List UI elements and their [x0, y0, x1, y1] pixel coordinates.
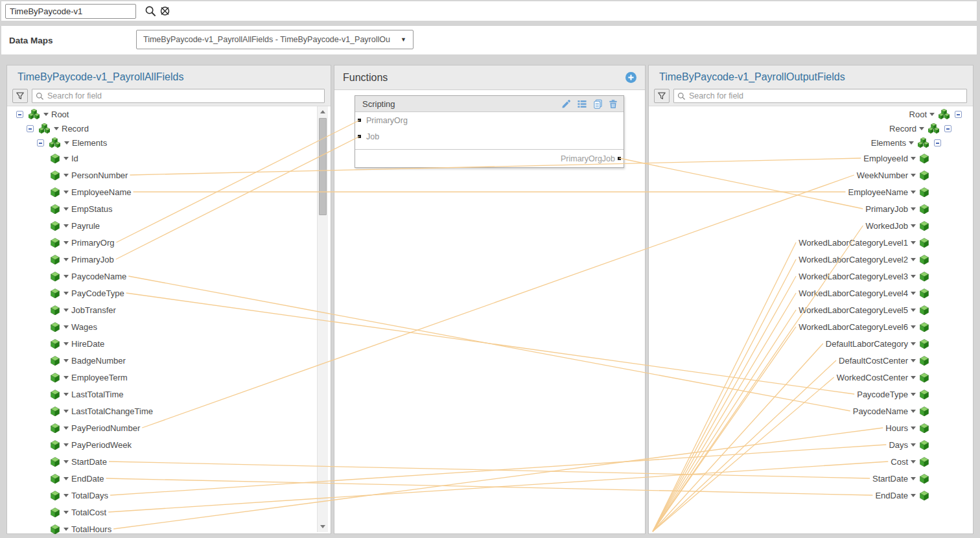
- chevron-down-icon[interactable]: [64, 427, 69, 432]
- left-field-EmployeeName[interactable]: EmployeeName: [7, 183, 331, 200]
- chevron-down-icon[interactable]: [64, 410, 69, 415]
- right-field-WorkedLaborCategoryLevel3[interactable]: WorkedLaborCategoryLevel3: [649, 268, 973, 285]
- add-function-button[interactable]: [625, 72, 636, 83]
- source-search-input[interactable]: [47, 91, 321, 100]
- collapse-toggle[interactable]: [934, 139, 941, 146]
- chevron-down-icon[interactable]: [64, 443, 69, 449]
- left-field-TotalCost[interactable]: TotalCost: [7, 504, 331, 520]
- left-field-PayPeriodNumber[interactable]: PayPeriodNumber: [7, 419, 331, 436]
- output-port[interactable]: [618, 157, 621, 160]
- chevron-down-icon[interactable]: [43, 113, 49, 119]
- target-search-input[interactable]: [689, 91, 963, 100]
- chevron-down-icon[interactable]: [911, 224, 916, 230]
- edit-pencil-icon[interactable]: [561, 99, 571, 109]
- right-field-EmployeeName[interactable]: EmployeeName: [649, 183, 973, 200]
- trash-icon[interactable]: [609, 99, 618, 109]
- right-field-WorkedLaborCategoryLevel5[interactable]: WorkedLaborCategoryLevel5: [649, 301, 973, 318]
- chevron-down-icon[interactable]: [64, 393, 69, 399]
- right-node-Root[interactable]: Root: [649, 107, 973, 121]
- collapse-toggle[interactable]: [944, 125, 951, 132]
- chevron-down-icon[interactable]: [64, 141, 69, 147]
- left-field-LastTotalTime[interactable]: LastTotalTime: [7, 386, 331, 403]
- chevron-down-icon[interactable]: [64, 258, 69, 264]
- right-field-WorkedLaborCategoryLevel1[interactable]: WorkedLaborCategoryLevel1: [649, 234, 973, 251]
- right-node-Record[interactable]: Record: [649, 121, 973, 135]
- filter-funnel-button[interactable]: [12, 89, 28, 103]
- chevron-down-icon[interactable]: [911, 325, 916, 331]
- right-field-PaycodeType[interactable]: PaycodeType: [649, 386, 973, 403]
- left-field-Wages[interactable]: Wages: [7, 318, 331, 335]
- chevron-down-icon[interactable]: [911, 309, 916, 314]
- chevron-down-icon[interactable]: [64, 207, 69, 213]
- scrollbar-thumb[interactable]: [319, 118, 327, 215]
- function-box-scripting[interactable]: Scripting: [355, 95, 624, 168]
- left-field-TotalDays[interactable]: TotalDays: [7, 487, 331, 504]
- chevron-down-icon[interactable]: [911, 157, 916, 163]
- scroll-down-button[interactable]: [318, 522, 328, 532]
- right-field-WorkedLaborCategoryLevel2[interactable]: WorkedLaborCategoryLevel2: [649, 251, 973, 268]
- chevron-down-icon[interactable]: [64, 528, 69, 533]
- left-field-PayCodeType[interactable]: PayCodeType: [7, 285, 331, 301]
- right-field-DefaultLaborCategory[interactable]: DefaultLaborCategory: [649, 335, 973, 352]
- chevron-down-icon[interactable]: [911, 410, 916, 415]
- chevron-down-icon[interactable]: [911, 477, 916, 483]
- left-field-TotalHours[interactable]: TotalHours: [7, 520, 331, 537]
- scroll-up-button[interactable]: [318, 106, 328, 117]
- chevron-down-icon[interactable]: [64, 460, 69, 466]
- chevron-down-icon[interactable]: [64, 241, 69, 247]
- chevron-down-icon[interactable]: [911, 241, 916, 247]
- right-node-Elements[interactable]: Elements: [649, 135, 973, 150]
- left-field-PersonNumber[interactable]: PersonNumber: [7, 167, 331, 183]
- right-field-PaycodeName[interactable]: PaycodeName: [649, 403, 973, 419]
- left-field-PrimaryOrg[interactable]: PrimaryOrg: [7, 234, 331, 251]
- left-field-StartDate[interactable]: StartDate: [7, 453, 331, 470]
- left-field-JobTransfer[interactable]: JobTransfer: [7, 301, 331, 318]
- chevron-down-icon[interactable]: [911, 191, 916, 196]
- right-field-WorkedLaborCategoryLevel6[interactable]: WorkedLaborCategoryLevel6: [649, 318, 973, 335]
- chevron-down-icon[interactable]: [64, 342, 69, 348]
- chevron-down-icon[interactable]: [64, 157, 69, 163]
- left-field-Id[interactable]: Id: [7, 150, 331, 167]
- chevron-down-icon[interactable]: [64, 376, 69, 382]
- left-node-Record[interactable]: Record: [7, 121, 331, 135]
- left-field-Payrule[interactable]: Payrule: [7, 217, 331, 234]
- right-field-WeekNumber[interactable]: WeekNumber: [649, 167, 973, 183]
- chevron-down-icon[interactable]: [64, 292, 69, 298]
- chevron-down-icon[interactable]: [911, 359, 916, 365]
- chevron-down-icon[interactable]: [911, 427, 916, 432]
- right-field-WorkedCostCenter[interactable]: WorkedCostCenter: [649, 369, 973, 386]
- source-field-search[interactable]: [32, 89, 325, 103]
- left-field-EmpStatus[interactable]: EmpStatus: [7, 200, 331, 217]
- left-field-LastTotalChangeTime[interactable]: LastTotalChangeTime: [7, 403, 331, 419]
- chevron-down-icon[interactable]: [911, 174, 916, 180]
- chevron-down-icon[interactable]: [64, 309, 69, 314]
- copy-icon[interactable]: [593, 99, 603, 109]
- chevron-down-icon[interactable]: [64, 359, 69, 365]
- right-field-PrimaryJob[interactable]: PrimaryJob: [649, 200, 973, 217]
- chevron-down-icon[interactable]: [64, 275, 69, 281]
- chevron-down-icon[interactable]: [64, 511, 69, 517]
- left-field-PaycodeName[interactable]: PaycodeName: [7, 268, 331, 285]
- left-node-Root[interactable]: Root: [7, 107, 331, 121]
- left-tree-scrollbar[interactable]: [317, 106, 328, 532]
- left-field-EmployeeTerm[interactable]: EmployeeTerm: [7, 369, 331, 386]
- right-field-EndDate[interactable]: EndDate: [649, 487, 973, 504]
- right-field-DefaultCostCenter[interactable]: DefaultCostCenter: [649, 352, 973, 369]
- input-port[interactable]: [358, 135, 361, 138]
- chevron-down-icon[interactable]: [911, 292, 916, 298]
- target-field-search[interactable]: [673, 89, 967, 103]
- search-icon[interactable]: [145, 5, 157, 18]
- collapse-toggle[interactable]: [16, 111, 23, 118]
- chevron-down-icon[interactable]: [64, 325, 69, 331]
- right-field-WorkedJob[interactable]: WorkedJob: [649, 217, 973, 234]
- global-search-input[interactable]: [5, 4, 136, 19]
- collapse-toggle[interactable]: [37, 139, 44, 146]
- chevron-down-icon[interactable]: [911, 376, 916, 382]
- chevron-down-icon[interactable]: [911, 494, 916, 500]
- left-field-HireDate[interactable]: HireDate: [7, 335, 331, 352]
- filter-funnel-button[interactable]: [654, 89, 670, 103]
- left-node-Elements[interactable]: Elements: [7, 135, 331, 150]
- right-field-WorkedLaborCategoryLevel4[interactable]: WorkedLaborCategoryLevel4: [649, 285, 973, 301]
- right-field-Cost[interactable]: Cost: [649, 453, 973, 470]
- left-field-BadgeNumber[interactable]: BadgeNumber: [7, 352, 331, 369]
